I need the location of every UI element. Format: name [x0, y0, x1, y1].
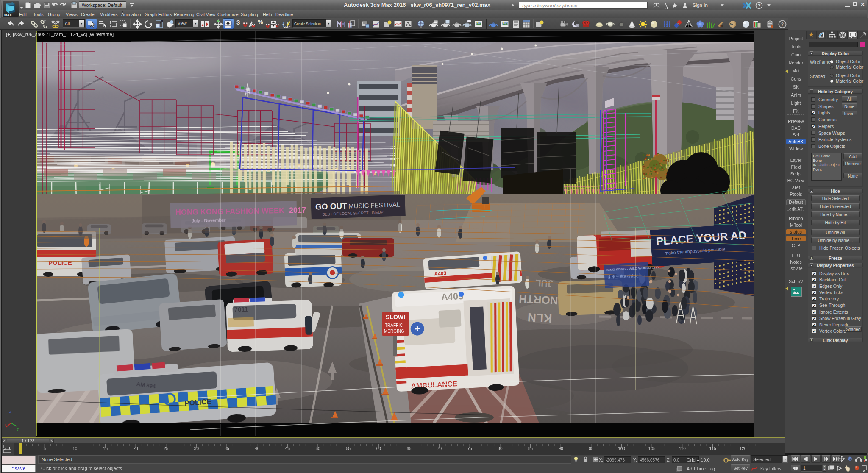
svg-text:95: 95 [589, 446, 594, 451]
svg-text:35: 35 [224, 446, 229, 451]
svg-text:55: 55 [346, 446, 351, 451]
svg-text:25: 25 [164, 446, 169, 451]
svg-text:5: 5 [43, 446, 46, 451]
svg-text:75: 75 [467, 446, 473, 451]
svg-text:80: 80 [498, 446, 503, 451]
svg-text:10: 10 [72, 446, 78, 451]
svg-text:65: 65 [406, 446, 412, 451]
svg-text:20: 20 [134, 446, 139, 451]
svg-text:40: 40 [255, 446, 260, 451]
svg-text:110: 110 [679, 446, 686, 451]
svg-text:100: 100 [618, 446, 625, 451]
svg-text:120: 120 [740, 446, 747, 451]
svg-text:45: 45 [285, 446, 290, 451]
svg-text:50: 50 [315, 446, 320, 451]
svg-text:115: 115 [709, 446, 716, 451]
svg-text:85: 85 [528, 446, 533, 451]
svg-text:105: 105 [648, 446, 656, 451]
svg-text:90: 90 [559, 446, 564, 451]
svg-text:15: 15 [103, 446, 108, 451]
svg-text:70: 70 [437, 446, 442, 451]
svg-text:30: 30 [194, 446, 199, 451]
svg-text:60: 60 [376, 446, 381, 451]
